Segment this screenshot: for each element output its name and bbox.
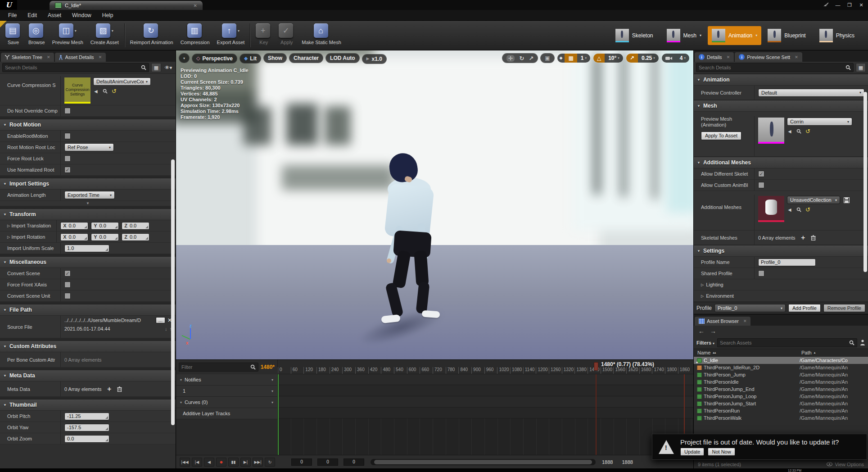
menu-item[interactable]: Asset [42, 12, 67, 18]
chevron-down-icon[interactable]: ▾ [238, 29, 240, 33]
additional-meshes-dropdown[interactable]: UnsavedCollection▾ [787, 196, 840, 204]
search-box[interactable] [2, 63, 149, 72]
asset-row[interactable]: ThirdPersonWalk /Game/Mannequin/An [694, 414, 868, 422]
search-input[interactable] [5, 65, 139, 70]
transport-button[interactable]: ↻ [265, 458, 275, 467]
tab-close-icon[interactable]: ✕ [795, 55, 798, 59]
column-name[interactable]: Name▴▴ [694, 350, 800, 355]
transport-button[interactable]: ● [216, 458, 226, 467]
time-value-box[interactable]: 0 [344, 458, 364, 466]
display-options-icon[interactable]: ▦ [856, 63, 866, 72]
toolbar-button[interactable]: ↻ Reimport Animation [130, 23, 173, 48]
collapse-icon[interactable]: ▾ [180, 400, 182, 404]
section-lighting[interactable]: ▷ Lighting [694, 279, 868, 290]
scale-snap-value[interactable]: 0.25▾ [638, 54, 659, 63]
root-lock-dropdown[interactable]: Ref Pose▾ [64, 143, 114, 151]
asset-row[interactable]: ThirdPersonRun /Game/Mannequin/An [694, 407, 868, 414]
checkbox-checked[interactable] [64, 167, 71, 173]
mode-button[interactable]: Animation ▾ [708, 26, 761, 45]
additional-meshes-thumbnail[interactable] [758, 196, 784, 222]
y-field[interactable]: Y0.0 [91, 222, 119, 230]
filters-button[interactable]: Filters ▾ [696, 340, 714, 345]
section-environment[interactable]: ▷ Environment [694, 290, 868, 302]
x-field[interactable]: X0.0 [60, 233, 88, 241]
viewport-toolbar-button[interactable]: Character [289, 53, 323, 63]
toolbar-button[interactable]: ↑▾ Export Asset [217, 23, 245, 48]
section-additional-meshes[interactable]: ▼Additional Meshes [694, 157, 868, 168]
local-axes-icon[interactable]: ⌖ [557, 54, 565, 63]
grid-snap-icon[interactable]: ▦ [565, 54, 577, 63]
use-selected-icon[interactable]: ◄ [787, 207, 792, 213]
checkbox[interactable] [64, 133, 71, 139]
close-button[interactable]: ✕ [855, 2, 867, 8]
orbit-field[interactable]: 0.0 [64, 435, 109, 443]
menu-item[interactable]: Window [67, 12, 97, 18]
track-row[interactable]: ▾ Curves (0) ▾ [176, 397, 277, 408]
x-field[interactable]: X0.0 [60, 222, 88, 230]
trash-icon[interactable] [117, 386, 122, 392]
profile-name-input[interactable] [758, 259, 816, 266]
playhead-line[interactable] [596, 374, 597, 455]
transport-button[interactable]: ▶▶| [253, 458, 263, 467]
toolbar-button[interactable]: ▨▾ Create Asset [90, 23, 119, 48]
mode-button[interactable]: Blueprint [764, 26, 813, 45]
track-row[interactable]: Additive Layer Tracks [176, 408, 277, 419]
checkbox-checked[interactable] [64, 270, 71, 277]
profile-dropdown[interactable]: Profile_0▾ [714, 304, 786, 312]
checkbox[interactable] [758, 182, 764, 188]
timeline-scrollbar[interactable] [371, 459, 596, 465]
viewport-toolbar-button[interactable]: LOD Auto [326, 53, 360, 63]
asset-row[interactable]: ThirdPersonIdle /Game/Mannequin/An [694, 378, 868, 386]
viewport-toolbar-button[interactable]: ◇Perspective [192, 54, 237, 64]
toolbar-button[interactable]: ✓ Apply [279, 23, 294, 48]
preview-controller-dropdown[interactable]: Default▾ [758, 89, 864, 97]
viewport-toolbar-button[interactable]: Show [263, 53, 287, 63]
end-frame-label[interactable]: 1480* [261, 364, 275, 370]
reset-icon[interactable]: ↺ [805, 206, 810, 213]
asset-row[interactable]: ThirdPerson_Jump /Game/Mannequin/An [694, 371, 868, 378]
eye-icon[interactable]: 👁︎▾ [163, 63, 173, 72]
z-field[interactable]: Z0.0 [122, 222, 149, 230]
track-filter-box[interactable] [179, 363, 258, 372]
use-selected-icon[interactable]: ◄ [93, 88, 99, 95]
rotation-snap-value[interactable]: 10°▾ [605, 54, 623, 63]
track-row[interactable]: 1 ▾ [176, 386, 277, 397]
checkbox[interactable] [64, 108, 71, 114]
update-button[interactable]: Update [680, 448, 704, 456]
search-box[interactable] [696, 63, 854, 72]
rotate-icon[interactable]: ↻ [519, 55, 524, 62]
mode-button[interactable]: Physics [815, 26, 862, 45]
z-field[interactable]: Z0.0 [122, 233, 149, 241]
toolbar-button[interactable]: ⌂ Make Static Mesh [302, 23, 341, 48]
tab-asset-browser[interactable]: Asset Browser ✕ [695, 317, 750, 326]
apply-to-asset-button[interactable]: Apply To Asset [701, 132, 741, 140]
mode-button[interactable]: Mesh ▾ [663, 26, 705, 45]
column-path[interactable]: Path▴ [800, 350, 868, 355]
tab-skeleton-tree[interactable]: Skeleton Tree ✕ [1, 53, 54, 62]
reset-icon[interactable]: ↺ [112, 88, 117, 95]
scrollbar-thumb[interactable] [374, 460, 592, 464]
checkbox[interactable] [64, 293, 71, 299]
timeline-ruler[interactable]: 0601201802403003604204805406006607207808… [278, 360, 693, 374]
left-scrollbar[interactable] [171, 159, 175, 425]
collapse-icon[interactable]: ▾ [180, 378, 182, 382]
chevron-down-icon[interactable]: ▾ [271, 389, 273, 393]
y-field[interactable]: Y0.0 [91, 233, 119, 241]
chevron-down-icon[interactable]: ▾ [112, 29, 113, 33]
import-down-icon[interactable]: ↓ [165, 326, 167, 331]
preview-mesh-dropdown[interactable]: Corrin▾ [787, 118, 852, 126]
section-root-motion[interactable]: ▼Root Motion [0, 119, 176, 131]
tab-close-icon[interactable]: ✕ [194, 3, 197, 8]
tab-preview-scene-settings[interactable]: i Preview Scene Sett ✕ [735, 52, 802, 62]
not-now-button[interactable]: Not Now [708, 448, 735, 456]
add-element-icon[interactable]: ＋ [106, 385, 113, 393]
use-selected-icon[interactable]: ◄ [787, 128, 792, 135]
browse-file-button[interactable]: ... [156, 317, 165, 323]
curve-compression-thumbnail[interactable]: Curve Compression Settings [64, 77, 90, 104]
trash-icon[interactable] [811, 235, 816, 241]
tab-close-icon[interactable]: ✕ [743, 319, 747, 323]
right-scrollbar[interactable] [863, 92, 867, 272]
expand-icon[interactable]: ▷ [7, 235, 10, 239]
curve-compression-dropdown[interactable]: DefaultAnimCurveCompre▾ [93, 77, 151, 86]
transport-button[interactable]: ▶| [240, 458, 251, 467]
